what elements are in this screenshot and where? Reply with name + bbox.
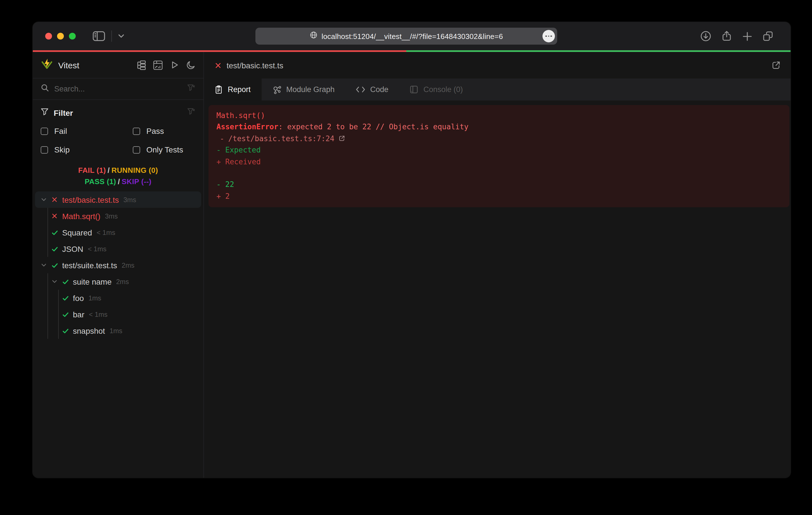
tab-console-0[interactable]: Console (0) <box>399 79 474 100</box>
new-tab-icon[interactable] <box>742 31 753 41</box>
tab-overview-icon[interactable] <box>762 30 774 42</box>
diff-line-expected-label: - Expected <box>216 145 782 156</box>
checkbox-label: Fail <box>54 126 67 135</box>
vitest-logo-icon <box>41 58 53 72</box>
test-label: Math.sqrt() <box>62 211 100 220</box>
filter-option-only-tests[interactable]: Only Tests <box>133 145 196 154</box>
test-duration: 3ms <box>123 196 136 204</box>
test-duration: 2ms <box>116 277 129 285</box>
tree-item-bar[interactable]: bar< 1ms <box>35 306 201 323</box>
globe-icon <box>310 31 318 41</box>
tree-item-test-suite-test-ts[interactable]: test/suite.test.ts2ms <box>35 257 201 273</box>
tree-item-foo[interactable]: foo1ms <box>35 290 201 306</box>
tab-report[interactable]: Report <box>204 79 261 100</box>
indent-guide <box>41 290 51 306</box>
test-label: foo <box>73 293 84 302</box>
traffic-lights <box>33 33 76 39</box>
open-in-editor-icon[interactable] <box>771 60 781 70</box>
test-duration: 1ms <box>110 327 122 335</box>
tree-item-json[interactable]: JSON< 1ms <box>35 241 201 257</box>
downloads-icon[interactable] <box>700 30 712 42</box>
tree-item-math-sqrt[interactable]: Math.sqrt()3ms <box>35 208 201 224</box>
indent-guide <box>51 290 62 306</box>
chevron-down-icon[interactable] <box>41 196 47 203</box>
minimize-window-button[interactable] <box>57 33 64 39</box>
pass-check-icon <box>51 229 58 236</box>
chevron-down-icon[interactable] <box>118 34 124 38</box>
fail-x-icon <box>51 213 58 219</box>
assertion-error-line: AssertionError: expected 2 to be 22 // O… <box>216 122 782 133</box>
console-icon <box>410 85 418 94</box>
checkbox-label: Skip <box>54 145 69 154</box>
test-duration: < 1ms <box>88 245 107 253</box>
indent-guide <box>41 273 51 290</box>
filter-icon <box>41 108 49 118</box>
test-duration: < 1ms <box>97 229 115 236</box>
checkbox-unchecked[interactable] <box>133 146 140 153</box>
tree-item-test-basic-test-ts[interactable]: test/basic.test.ts3ms <box>35 191 201 208</box>
skip-count: SKIP (--) <box>122 177 152 186</box>
checkbox-unchecked[interactable] <box>41 127 48 135</box>
pass-check-icon <box>62 295 69 301</box>
address-bar[interactable]: localhost:51204/__vitest__/#/?file=16484… <box>255 28 557 44</box>
chevron-down-icon[interactable] <box>41 262 47 268</box>
running-count: RUNNING (0) <box>111 166 158 175</box>
sidebar-toggle-icon[interactable] <box>93 31 105 41</box>
indent-guide <box>51 323 62 339</box>
indent-guide <box>41 241 51 257</box>
clear-filter-icon[interactable] <box>187 107 196 118</box>
tab-label: Code <box>370 85 388 94</box>
indent-guide <box>41 323 51 339</box>
close-window-button[interactable] <box>45 33 52 39</box>
zoom-window-button[interactable] <box>69 33 76 39</box>
app-title: Vitest <box>58 60 79 70</box>
stack-file-link[interactable]: /test/basic.test.ts:7:24 <box>228 134 335 143</box>
fail-x-icon <box>215 62 222 69</box>
test-label: suite name <box>73 277 112 286</box>
filter-option-pass[interactable]: Pass <box>133 126 196 135</box>
checkbox-unchecked[interactable] <box>133 127 140 135</box>
diff-block: - Expected+ Received- 22+ 2 <box>216 145 782 202</box>
open-location-icon[interactable] <box>338 134 345 145</box>
toolbar-divider <box>111 30 112 42</box>
page-settings-button[interactable] <box>543 30 555 42</box>
fail-x-icon <box>51 196 58 203</box>
tab-label: Console (0) <box>424 85 463 94</box>
filter-section-title: Filter <box>54 108 73 117</box>
test-summary: FAIL (1)/RUNNING (0) PASS (1)/SKIP (--) <box>33 165 203 187</box>
filter-option-skip[interactable]: Skip <box>41 145 133 154</box>
tree-item-snapshot[interactable]: snapshot1ms <box>35 323 201 339</box>
tree-view-icon[interactable] <box>136 60 146 70</box>
main-panel: test/basic.test.ts ReportModule GraphCod… <box>204 52 790 478</box>
test-label: Squared <box>62 228 92 237</box>
test-label: test/suite.test.ts <box>62 261 117 270</box>
search-input[interactable]: Search... <box>54 85 182 93</box>
tab-module-graph[interactable]: Module Graph <box>261 79 345 100</box>
checkbox-label: Only Tests <box>146 145 183 154</box>
dark-mode-icon[interactable] <box>186 60 196 69</box>
run-all-icon[interactable] <box>170 60 179 69</box>
sidebar: Vitest <box>33 52 204 478</box>
tab-code[interactable]: Code <box>345 79 399 100</box>
clear-search-filter-icon[interactable] <box>187 84 196 94</box>
checkbox-unchecked[interactable] <box>41 146 48 153</box>
tab-label: Module Graph <box>286 85 335 94</box>
tab-label: Report <box>228 85 251 94</box>
report-icon <box>215 85 223 94</box>
filter-option-fail[interactable]: Fail <box>41 126 133 135</box>
open-file-title: test/basic.test.ts <box>227 61 283 70</box>
summary-line-2: PASS (1)/SKIP (--) <box>33 176 203 187</box>
code-icon <box>356 86 365 93</box>
dashboard-icon[interactable] <box>153 60 163 70</box>
indent-guide <box>41 224 51 241</box>
share-icon[interactable] <box>721 30 732 42</box>
test-label: bar <box>73 310 84 319</box>
tree-item-suite-name[interactable]: suite name2ms <box>35 273 201 290</box>
url-text: localhost:51204/__vitest__/#/?file=16484… <box>321 32 503 40</box>
test-duration: 3ms <box>105 212 118 220</box>
screen: localhost:51204/__vitest__/#/?file=16484… <box>0 0 812 515</box>
browser-window: localhost:51204/__vitest__/#/?file=16484… <box>33 22 790 478</box>
indent-guide <box>51 306 62 323</box>
chevron-down-icon[interactable] <box>51 278 58 284</box>
tree-item-squared[interactable]: Squared< 1ms <box>35 224 201 241</box>
